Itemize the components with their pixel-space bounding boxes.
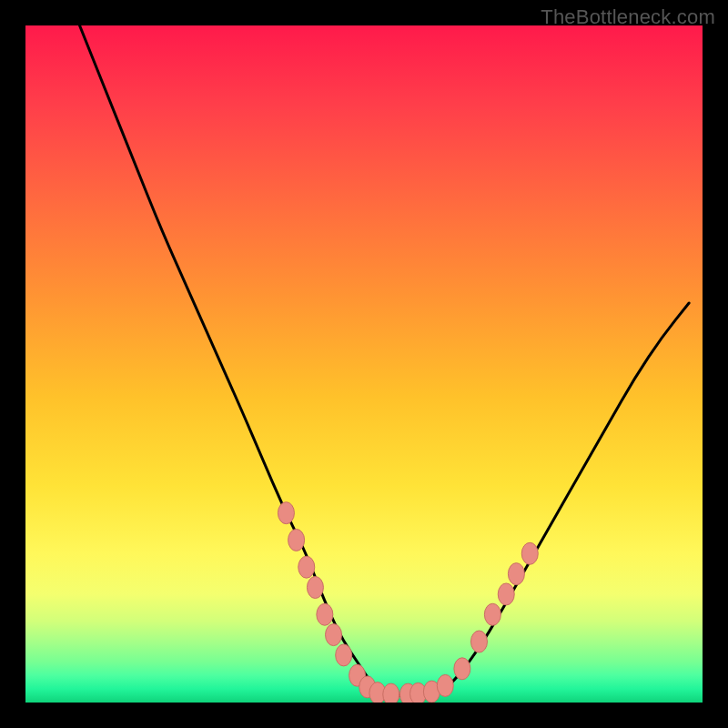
chart-frame: TheBottleneck.com: [0, 0, 728, 728]
data-dot: [521, 542, 538, 564]
plot-area: [25, 25, 703, 703]
data-dot: [383, 683, 399, 703]
data-dot: [288, 529, 305, 551]
data-dot: [307, 577, 323, 599]
data-dot: [437, 674, 453, 696]
data-dot: [508, 563, 524, 585]
data-dot: [317, 603, 333, 625]
bottleneck-curve: [80, 25, 690, 696]
data-dot: [298, 556, 315, 578]
data-dot: [484, 603, 500, 625]
data-dot: [278, 502, 294, 524]
data-dot: [470, 631, 487, 652]
curve-layer: [25, 25, 703, 703]
data-dot: [326, 624, 342, 646]
data-dot: [498, 583, 514, 605]
data-dot: [336, 644, 352, 666]
data-dot: [454, 658, 470, 680]
